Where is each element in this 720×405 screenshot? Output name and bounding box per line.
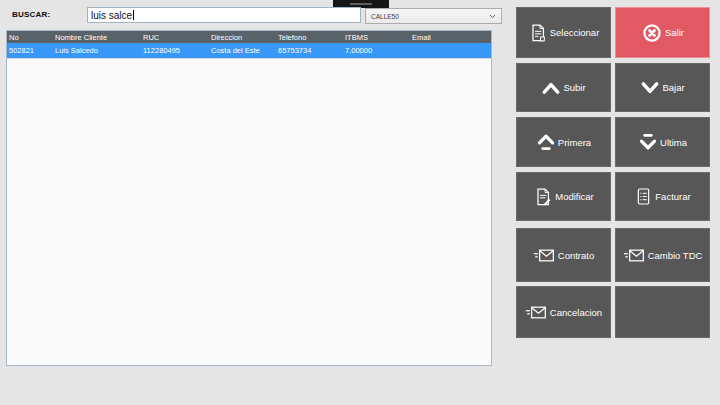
column-header-nombre-cliente[interactable]: Nombre Cliente <box>53 33 141 42</box>
cancelacion-button[interactable]: Cancelacion <box>516 286 611 338</box>
column-header-telefono[interactable]: Telefono <box>276 33 343 42</box>
primera-button[interactable]: Primera <box>516 117 611 167</box>
bajar-label: Bajar <box>662 82 684 93</box>
chevron-down-icon <box>489 14 496 19</box>
cell-itbms: 7.00000 <box>343 46 410 55</box>
chevron-up-line-icon <box>536 133 556 151</box>
branch-dropdown-value: CALLE50 <box>371 13 399 20</box>
send-mail-icon <box>533 247 556 264</box>
salir-button[interactable]: Salir <box>615 7 710 58</box>
seleccionar-button[interactable]: Seleccionar <box>516 7 611 58</box>
cell-telefono: 65753734 <box>276 46 343 55</box>
drag-handle-bar-icon <box>350 3 372 5</box>
invoice-list-icon <box>634 187 653 206</box>
cambio-tdc-button[interactable]: Cambio TDC <box>615 228 710 282</box>
column-header-ruc[interactable]: RUC <box>141 33 209 42</box>
column-header-itbms[interactable]: ITBMS <box>343 33 410 42</box>
primera-label: Primera <box>558 137 591 148</box>
column-header-direccion[interactable]: Direccion <box>209 33 276 42</box>
document-edit-icon <box>533 187 553 207</box>
search-input[interactable]: luis salce <box>87 7 361 23</box>
search-input-value: luis salce <box>91 10 132 21</box>
blank-button[interactable] <box>615 286 710 338</box>
search-label: BUSCAR: <box>12 10 50 19</box>
cell-no: 502821 <box>7 46 53 55</box>
send-mail-icon <box>525 304 548 321</box>
table-header-row: No Nombre Cliente RUC Direccion Telefono… <box>7 31 491 43</box>
modificar-label: Modificar <box>555 191 594 202</box>
circle-x-icon <box>641 22 663 44</box>
text-caret <box>133 10 134 20</box>
document-select-icon <box>528 23 548 43</box>
subir-button[interactable]: Subir <box>516 63 611 112</box>
subir-label: Subir <box>563 82 585 93</box>
contrato-button[interactable]: Contrato <box>516 228 611 282</box>
salir-label: Salir <box>665 27 684 38</box>
cancelacion-label: Cancelacion <box>550 307 602 318</box>
chevron-down-icon <box>640 81 660 95</box>
cell-direccion: Costa del Este <box>209 46 276 55</box>
line-chevron-down-icon <box>638 133 658 151</box>
facturar-button[interactable]: Facturar <box>615 172 710 221</box>
chevron-up-icon <box>541 81 561 95</box>
column-header-email[interactable]: Email <box>410 33 491 42</box>
customer-table: No Nombre Cliente RUC Direccion Telefono… <box>6 30 492 366</box>
seleccionar-label: Seleccionar <box>550 27 600 38</box>
ultima-label: Ultima <box>660 137 687 148</box>
column-header-no[interactable]: No <box>7 33 53 42</box>
cell-nombre-cliente: Luis Salcedo <box>53 46 141 55</box>
app-window: BUSCAR: luis salce CALLE50 No Nombre Cli… <box>0 0 720 405</box>
ultima-button[interactable]: Ultima <box>615 117 710 167</box>
bajar-button[interactable]: Bajar <box>615 63 710 112</box>
send-mail-icon <box>623 247 646 264</box>
modificar-button[interactable]: Modificar <box>516 172 611 221</box>
cell-ruc: 112280495 <box>141 46 209 55</box>
facturar-label: Facturar <box>655 191 690 202</box>
table-row[interactable]: 502821 Luis Salcedo 112280495 Costa del … <box>7 43 491 59</box>
branch-dropdown[interactable]: CALLE50 <box>365 8 502 24</box>
cambio-tdc-label: Cambio TDC <box>648 250 703 261</box>
contrato-label: Contrato <box>558 250 594 261</box>
